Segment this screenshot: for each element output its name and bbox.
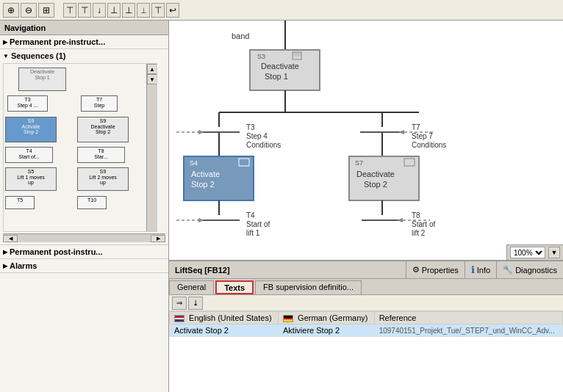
toolbar-btn-6[interactable]: ⟂ (137, 3, 150, 18)
cell-german: Aktiviere Stop 2 (279, 324, 375, 337)
t8-name1: Start of (412, 220, 435, 228)
mini-trans-t8[interactable]: T8 Star... (77, 147, 125, 163)
sfc-s4-name1: Activate (191, 170, 220, 178)
zoom-control: 100% 75% 50% 150% ▼ (506, 244, 563, 260)
ctab-texts[interactable]: Texts (215, 280, 254, 294)
nav-title: Navigation (4, 23, 46, 32)
t3-name1: Step 4 (246, 132, 268, 140)
btab-info[interactable]: ℹ Info (465, 261, 496, 278)
toolbar-arrow-btn[interactable]: ⇒ (172, 297, 187, 310)
t7-id: T7 (412, 123, 420, 131)
t4-arrow (198, 218, 204, 222)
diagram-area: band S3 Deactivate Stop 1 (169, 21, 563, 260)
mini-step-s7[interactable]: S9 Deactivate Stop 2 (77, 117, 129, 142)
t3-id: T3 (246, 123, 255, 131)
btab-diagnostics[interactable]: 🔧 Diagnostics (496, 261, 563, 278)
texts-table: English (United States) German (Germany)… (169, 311, 563, 337)
cell-english: Activate Stop 2 (170, 324, 279, 337)
zoom-dropdown-btn[interactable]: ▼ (548, 247, 560, 258)
ctab-fb-supervision-label: FB supervision definitio... (263, 283, 354, 291)
toolbar-btn-fit[interactable]: ⊞ (38, 3, 54, 18)
nav-label-sequences: Sequences (1) (11, 51, 66, 60)
right-panel: band S3 Deactivate Stop 1 (169, 21, 563, 392)
t8-arrow (397, 218, 403, 222)
toolbar-import-btn[interactable]: ⤓ (188, 297, 203, 310)
flag-us (174, 315, 184, 322)
col-header-german: German (Germany) (279, 312, 375, 324)
content-area: English (United States) German (Germany)… (169, 311, 563, 392)
toolbar-btn-7[interactable]: ⊤ (151, 3, 165, 18)
mini-step-s9[interactable]: S9 Lift 2 moves up (77, 167, 129, 191)
sfc-s4-name2: Stop 2 (191, 180, 215, 189)
mini-trans-t3[interactable]: T3 Step 4 ... (7, 95, 48, 112)
info-icon: ℹ (471, 264, 475, 275)
col-german-label: German (Germany) (298, 313, 367, 322)
sfc-s3-label: S3 (257, 53, 265, 60)
scroll-left[interactable]: ◀ (3, 235, 18, 242)
cell-reference: 109740151_Projekt_Tue/_STEP7_und_WinCC_A… (374, 324, 562, 337)
bottom-header: LiftSeq [FB12] ⚙ Properties ℹ Info 🔧 Dia… (169, 261, 563, 279)
bottom-title: LiftSeq [FB12] (169, 266, 236, 275)
toolbar-btn-5[interactable]: ⊥ (122, 3, 135, 18)
btab-properties[interactable]: ⚙ Properties (406, 261, 465, 278)
toolbar-btn-zoom-out[interactable]: ⊖ (21, 3, 37, 18)
col-header-reference: Reference (374, 312, 562, 324)
zoom-select[interactable]: 100% 75% 50% 150% (510, 247, 545, 258)
sfc-s3-name1: Deactivate (261, 62, 299, 70)
btab-diagnostics-label: Diagnostics (515, 266, 557, 275)
top-toolbar: ⊕ ⊖ ⊞ ⊤ ⊤ ↓ ⊥ ⊥ ⟂ ⊤ ↩ (0, 0, 563, 21)
table-row[interactable]: Activate Stop 2 Aktiviere Stop 2 1097401… (170, 324, 563, 337)
nav-header: Navigation (0, 21, 168, 35)
nav-section-permanent-pre: Permanent pre-instruct... (0, 35, 168, 49)
left-panel: Navigation Permanent pre-instruct... Seq… (0, 21, 169, 392)
nav-label-alarms: Alarms (10, 261, 37, 270)
toolbar-btn-4[interactable]: ⊥ (107, 3, 121, 18)
ctab-general[interactable]: General (169, 280, 214, 294)
ctab-fb-supervision[interactable]: FB supervision definitio... (255, 280, 362, 294)
mini-step-s5[interactable]: S5 Lift 1 moves up (5, 167, 57, 191)
t7-name1: Step 7 (412, 132, 433, 140)
t4-id: T4 (246, 211, 255, 219)
nav-section-permanent-post: Permanent post-instru... (0, 245, 168, 259)
toolbar-btn-3[interactable]: ↓ (93, 3, 106, 18)
col-header-english: English (United States) (170, 312, 279, 324)
t4-name1: Start of (246, 220, 270, 228)
sfc-s7-name2: Stop 2 (364, 180, 387, 189)
bottom-right-tabs: ⚙ Properties ℹ Info 🔧 Diagnostics (406, 261, 563, 278)
nav-section-sequences: Sequences (1) Deactivate Stop 1 T3 Step … (0, 49, 168, 245)
content-toolbar: ⇒ ⤓ (169, 295, 563, 311)
sfc-s7-name1: Deactivate (356, 170, 395, 178)
bottom-panel: LiftSeq [FB12] ⚙ Properties ℹ Info 🔧 Dia… (169, 260, 563, 392)
toolbar-btn-1[interactable]: ⊤ (63, 3, 76, 18)
toolbar-btn-2[interactable]: ⊤ (78, 3, 91, 18)
mini-trans-t5[interactable]: T5 (5, 196, 35, 209)
t4-name2: lift 1 (246, 229, 260, 237)
nav-diagram: Deactivate Stop 1 T3 Step 4 ... T7 Step (3, 63, 157, 232)
ctab-texts-label: Texts (224, 283, 245, 292)
t3-arrow (198, 130, 204, 134)
sfc-s3-name2: Stop 1 (265, 72, 288, 81)
toolbar-btn-zoom-in[interactable]: ⊕ (3, 3, 19, 18)
mini-trans-t10[interactable]: T10 (77, 196, 107, 209)
nav-item-alarms[interactable]: Alarms (0, 260, 168, 272)
nav-item-permanent-pre[interactable]: Permanent pre-instruct... (0, 36, 168, 48)
nav-scroll: ▲ ▼ (146, 64, 157, 231)
mini-step-s4[interactable]: S9 Activate Stop 2 (5, 117, 57, 142)
t7-arrow (398, 130, 404, 134)
nav-scroll-down[interactable]: ▼ (147, 74, 157, 84)
nav-section-alarms: Alarms (0, 259, 168, 273)
mini-step-s3[interactable]: Deactivate Stop 1 (18, 68, 66, 91)
mini-trans-t4[interactable]: T4 Start of... (5, 147, 53, 163)
ctab-general-label: General (177, 283, 206, 291)
t8-id: T8 (412, 211, 420, 219)
content-tabs: General Texts FB supervision definitio..… (169, 279, 563, 295)
t8-name2: lift 2 (412, 229, 426, 237)
properties-icon: ⚙ (412, 265, 420, 275)
band-text: band (232, 32, 249, 40)
nav-scroll-up[interactable]: ▲ (147, 64, 157, 74)
scroll-right[interactable]: ▶ (151, 235, 165, 242)
nav-item-sequences[interactable]: Sequences (1) (0, 50, 168, 62)
nav-item-permanent-post[interactable]: Permanent post-instru... (0, 246, 168, 258)
toolbar-btn-8[interactable]: ↩ (166, 3, 179, 18)
mini-trans-t7[interactable]: T7 Step (81, 95, 118, 112)
